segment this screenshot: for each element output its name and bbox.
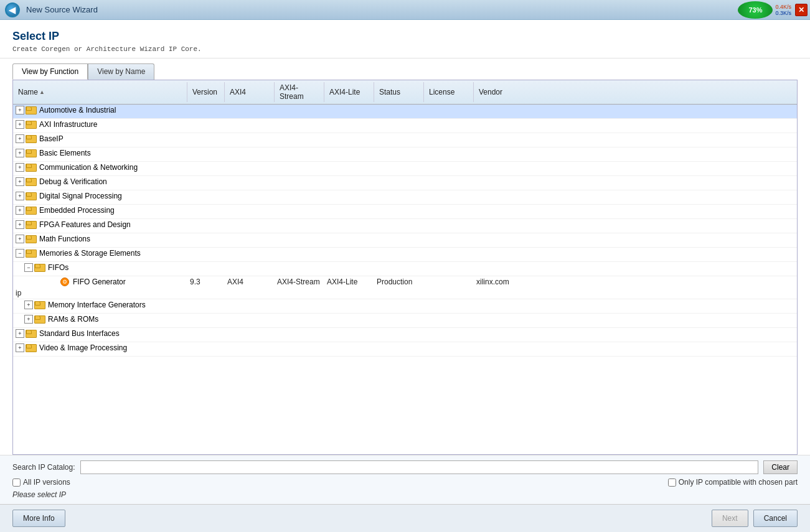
- search-label: Search IP Catalog:: [12, 463, 75, 472]
- clear-button[interactable]: Clear: [763, 460, 798, 474]
- expand-btn-automotive[interactable]: +: [16, 106, 24, 114]
- cell-vendor-math: [474, 238, 797, 240]
- cell-status-fifos: [374, 266, 424, 269]
- more-info-button[interactable]: More Info: [12, 510, 65, 527]
- cell-status-baseip: [374, 138, 424, 140]
- expand-btn-fifos[interactable]: −: [24, 263, 33, 272]
- cell-library-fifos: [13, 273, 187, 276]
- tree-row-baseip[interactable]: +BaseIP: [13, 133, 797, 147]
- search-row: Search IP Catalog: Clear: [12, 460, 798, 474]
- close-button[interactable]: ✕: [795, 4, 808, 16]
- tree-row-dsp[interactable]: +Digital Signal Processing: [13, 190, 797, 205]
- col-axi4: AXI4: [225, 82, 275, 102]
- folder-icon-mem-interface: [34, 301, 44, 309]
- cell-license-math: [424, 238, 474, 240]
- cancel-button[interactable]: Cancel: [753, 510, 798, 527]
- cell-status-memories: [374, 252, 424, 254]
- all-versions-label[interactable]: All IP versions: [12, 478, 70, 487]
- cell-library-fpga-features: [13, 230, 187, 233]
- cell-vendor-mem-interface: [474, 304, 797, 306]
- cell-axi4stream-video-image: [275, 347, 324, 349]
- tree-row-mem-interface[interactable]: +Memory Interface Generators: [13, 299, 797, 314]
- tree-row-debug-verification[interactable]: +Debug & Verification: [13, 176, 797, 190]
- cell-axi4stream-fifo-generator: AXI4-Stream: [275, 276, 324, 287]
- cell-axi4-video-image: [225, 347, 275, 349]
- tree-row-rams-roms[interactable]: +RAMs & ROMs: [13, 314, 797, 328]
- tree-row-embedded[interactable]: +Embedded Processing: [13, 205, 797, 219]
- compatible-label[interactable]: Only IP compatible with chosen part: [668, 478, 798, 487]
- tree-row-fifo-generator[interactable]: FIFO Generator9.3AXI4AXI4-StreamAXI4-Lit…: [13, 276, 797, 299]
- cell-axi4lite-memories: [324, 252, 374, 254]
- column-headers: Name ▲ Version AXI4 AXI4-Stream AXI4-Lit…: [13, 80, 797, 105]
- expand-btn-comm-networking[interactable]: +: [16, 163, 24, 172]
- expand-btn-fpga-features[interactable]: +: [16, 220, 24, 229]
- expand-btn-rams-roms[interactable]: +: [24, 315, 33, 324]
- expand-btn-debug-verification[interactable]: +: [16, 177, 24, 186]
- cell-license-memories: [424, 252, 474, 254]
- cell-version-axi-infra: [187, 123, 225, 126]
- expand-btn-math[interactable]: +: [16, 235, 24, 243]
- tree-row-axi-infra[interactable]: +AXI Infrastructure: [13, 119, 797, 133]
- cell-version-basic-elements: [187, 152, 225, 154]
- ip-tree-area[interactable]: Name ▲ Version AXI4 AXI4-Stream AXI4-Lit…: [12, 80, 798, 455]
- tree-row-automotive[interactable]: +Automotive & Industrial: [13, 105, 797, 119]
- tab-by-function[interactable]: View by Function: [12, 63, 88, 80]
- cell-status-standard-bus: [374, 332, 424, 335]
- cell-vendor-embedded: [474, 209, 797, 212]
- page-header: Select IP Create Coregen or Architecture…: [0, 20, 810, 58]
- tree-row-video-image[interactable]: +Video & Image Processing: [13, 342, 797, 357]
- expand-btn-basic-elements[interactable]: +: [16, 149, 24, 157]
- cell-axi4-mem-interface: [225, 304, 275, 306]
- tree-row-basic-elements[interactable]: +Basic Elements: [13, 147, 797, 162]
- compatible-checkbox[interactable]: [668, 478, 676, 487]
- cell-version-memories: [187, 252, 225, 254]
- cell-axi4lite-baseip: [324, 138, 374, 140]
- folder-icon-dsp: [26, 192, 35, 200]
- tree-row-standard-bus[interactable]: +Standard Bus Interfaces: [13, 328, 797, 342]
- expand-btn-memories[interactable]: −: [16, 249, 24, 258]
- folder-icon-fpga-features: [26, 221, 35, 229]
- tree-item-label-basic-elements: Basic Elements: [39, 149, 91, 157]
- tree-row-fifos[interactable]: −FIFOs: [13, 262, 797, 276]
- network-pct: 73%: [748, 6, 762, 14]
- cell-axi4lite-fpga-features: [324, 223, 374, 226]
- folder-icon-fifos: [34, 264, 44, 272]
- tree-item-label-rams-roms: RAMs & ROMs: [48, 315, 98, 324]
- cell-axi4lite-axi-infra: [324, 123, 374, 126]
- expand-btn-standard-bus[interactable]: +: [16, 329, 24, 338]
- cell-vendor-basic-elements: [474, 152, 797, 154]
- tree-row-math[interactable]: +Math Functions: [13, 233, 797, 248]
- cell-vendor-automotive: [474, 109, 797, 111]
- expand-btn-dsp[interactable]: +: [16, 192, 24, 200]
- expand-btn-video-image[interactable]: +: [16, 343, 24, 352]
- tree-row-memories[interactable]: −Memories & Storage Elements: [13, 248, 797, 262]
- footer-right: Next Cancel: [712, 510, 798, 527]
- search-input[interactable]: [80, 460, 759, 474]
- expand-btn-baseip[interactable]: +: [16, 134, 24, 143]
- cell-license-axi-infra: [424, 123, 474, 126]
- tab-by-name[interactable]: View by Name: [88, 63, 154, 80]
- net-down: 0.3K/s: [775, 10, 791, 16]
- tree-row-fpga-features[interactable]: +FPGA Features and Design: [13, 219, 797, 233]
- back-button[interactable]: ◀: [5, 2, 20, 17]
- expand-btn-mem-interface[interactable]: +: [24, 301, 33, 309]
- cell-axi4stream-fpga-features: [275, 223, 324, 226]
- folder-icon-debug-verification: [26, 178, 35, 186]
- net-stats: 0.4K/s 0.3K/s: [775, 4, 791, 16]
- expand-btn-embedded[interactable]: +: [16, 206, 24, 215]
- next-button[interactable]: Next: [712, 510, 748, 527]
- tree-item-label-baseip: BaseIP: [39, 134, 64, 143]
- cell-status-debug-verification: [374, 180, 424, 183]
- cell-axi4-math: [225, 238, 275, 240]
- cell-version-standard-bus: [187, 332, 225, 335]
- folder-icon-basic-elements: [26, 149, 35, 157]
- tree-row-comm-networking[interactable]: +Communication & Networking: [13, 162, 797, 176]
- cell-axi4stream-memories: [275, 252, 324, 254]
- cell-version-embedded: [187, 209, 225, 212]
- all-versions-checkbox[interactable]: [12, 478, 21, 487]
- expand-btn-axi-infra[interactable]: +: [16, 120, 24, 129]
- cell-status-fifo-generator: Production: [374, 276, 424, 287]
- cell-axi4lite-math: [324, 238, 374, 240]
- cell-axi4-basic-elements: [225, 152, 275, 154]
- tree-item-label-fifo-generator: FIFO Generator: [73, 278, 126, 286]
